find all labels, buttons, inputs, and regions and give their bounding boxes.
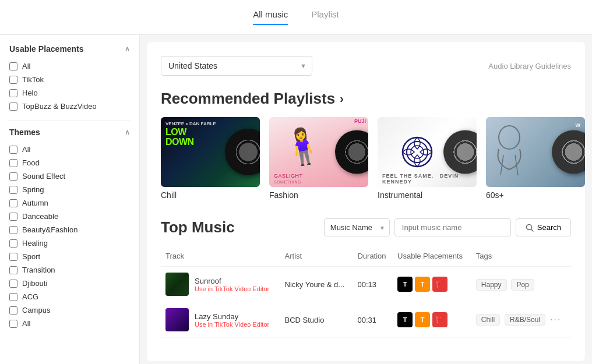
themes-section-header[interactable]: Themes ∧ [9,128,130,137]
theme-item-sound-effect: Sound Effect [9,169,130,183]
search-button[interactable]: Search [516,218,571,236]
placement-item-tiktok: TikTok [9,73,130,86]
audio-guidelines-link[interactable]: Audio Library Guidelines [488,62,571,70]
tab-all-music[interactable]: All music [253,9,288,25]
playlist-card-chill[interactable]: VENZEE x DAN FARLE LOWDOWN Chill [161,117,260,200]
tag-pop[interactable]: Pop [511,279,534,291]
main-layout: Usable Placements ∧ All TikTok Helo TopB… [0,35,592,364]
playlists-grid: VENZEE x DAN FARLE LOWDOWN Chill PUJI GA… [161,117,571,200]
placement-label-topbuzz: TopBuzz & BuzzVideo [22,102,97,111]
col-track: Track [161,246,280,267]
svg-line-5 [515,155,518,175]
theme-checkbox-spring[interactable] [9,186,17,194]
theme-label-food: Food [22,158,40,167]
music-name-select[interactable]: Music Name Artist [324,218,390,236]
duration-sunroof: 00:13 [353,267,393,302]
placement-item-all: All [9,59,130,73]
recommended-arrow[interactable]: › [340,92,344,105]
tags-sunroof: Happy Pop [471,267,571,302]
theme-checkbox-beauty-fashion[interactable] [9,226,17,234]
platforms-sunroof: T T 🚩 [393,267,471,302]
theme-label-sport: Sport [22,252,40,261]
placements-section-header[interactable]: Usable Placements ∧ [9,44,130,54]
track-info-sunroof: Sunroof Use in TikTok Video Editor [195,277,269,292]
theme-checkbox-djibouti[interactable] [9,280,17,288]
theme-checkbox-sound-effect[interactable] [9,172,17,181]
theme-item-autumn: Autumn [9,196,130,210]
artist-sunroof: Nicky Youre & d... [280,267,353,302]
placement-checkbox-all[interactable] [9,62,17,70]
theme-label-acg: ACG [22,292,38,301]
theme-item-djibouti: Djibouti [9,277,130,290]
placement-item-topbuzz: TopBuzz & BuzzVideo [9,100,130,113]
theme-checkbox-autumn[interactable] [9,199,17,207]
tiktok-icon-sunroof: T [397,277,413,292]
tab-playlist[interactable]: Playlist [311,9,339,25]
topbuzz-icon-sunroof: T [415,277,430,292]
music-table: Track Artist Duration Usable Placements … [161,246,571,338]
playlist-thumb-chill: VENZEE x DAN FARLE LOWDOWN [161,117,260,187]
theme-checkbox-campus[interactable] [9,306,17,314]
placement-checkbox-tiktok[interactable] [9,76,17,84]
playlist-label-instrumental: Instrumental [378,190,477,200]
theme-checkbox-healing[interactable] [9,239,17,248]
placements-section: Usable Placements ∧ All TikTok Helo TopB… [9,44,130,113]
playlist-label-chill: Chill [161,190,260,200]
search-controls: Music Name Artist ▼ Search [324,218,571,236]
col-usable-placements: Usable Placements [393,246,471,267]
music-table-head: Track Artist Duration Usable Placements … [161,246,571,267]
tag-chill[interactable]: Chill [476,314,500,326]
playlist-card-fashion[interactable]: PUJI GASLIGHTSOMETHING 🧍‍♀️ Fashion [269,117,368,200]
theme-item-sport: Sport [9,250,130,263]
track-cell-sunroof: Sunroof Use in TikTok Video Editor [161,267,280,302]
svg-point-1 [407,142,428,162]
playlist-thumb-60s: WEAR [486,117,585,187]
table-row: Sunroof Use in TikTok Video Editor Nicky… [161,267,571,302]
top-tabs: All music Playlist [0,0,592,35]
themes-section: Themes ∧ All Food Sound Effect Spring [9,128,130,330]
more-options-button[interactable]: ··· [550,314,561,325]
playlist-card-60s[interactable]: WEAR 60s+ [486,117,585,200]
table-row: Lazy Sunday Use in TikTok Video Editor B… [161,302,571,338]
buzzv-icon-lazy-sunday: 🚩 [432,312,447,327]
playlist-card-instrumental[interactable]: FEEL THE SAME. DEVIN KENNEDY Instrumenta… [378,117,477,200]
themes-title: Themes [9,128,40,137]
rose-svg [394,129,441,175]
theme-checkbox-transition[interactable] [9,266,17,274]
col-artist: Artist [280,246,353,267]
recommended-playlists-section: Recommended Playlists › VENZEE x DAN FAR… [161,90,571,200]
svg-point-2 [411,146,424,158]
platforms-lazy-sunday: T T 🚩 [393,302,471,338]
search-btn-label: Search [537,223,561,232]
recommended-title-text: Recommended Playlists [161,90,335,108]
placement-label-helo: Helo [22,89,38,97]
playlist-thumb-fashion: PUJI GASLIGHTSOMETHING 🧍‍♀️ [269,117,368,187]
placement-checkbox-topbuzz[interactable] [9,103,17,111]
placement-label-all: All [22,62,30,70]
tag-rnb-soul[interactable]: R&B/Soul [505,314,545,326]
track-link-sunroof[interactable]: Use in TikTok Video Editor [195,285,269,292]
playlist-label-60s: 60s+ [486,190,585,200]
playlist-label-fashion: Fashion [269,190,368,200]
theme-checkbox-danceable[interactable] [9,213,17,221]
country-select[interactable]: United States United Kingdom Canada Aust… [161,56,312,76]
placement-checkbox-helo[interactable] [9,89,17,97]
track-link-lazy-sunday[interactable]: Use in TikTok Video Editor [195,321,269,328]
top-music-section: Top Music Music Name Artist ▼ [161,218,571,338]
placement-label-tiktok: TikTok [22,75,44,84]
theme-item-spring: Spring [9,183,130,196]
theme-label-danceable: Danceable [22,212,58,221]
theme-checkbox-all2[interactable] [9,320,17,328]
theme-checkbox-sport[interactable] [9,253,17,261]
theme-item-all: All [9,143,130,156]
col-duration: Duration [353,246,393,267]
theme-checkbox-acg[interactable] [9,293,17,301]
music-search-input[interactable] [394,218,511,236]
theme-checkbox-all[interactable] [9,146,17,154]
track-name-lazy-sunday: Lazy Sunday [195,312,269,321]
theme-checkbox-food[interactable] [9,159,17,167]
music-table-body: Sunroof Use in TikTok Video Editor Nicky… [161,267,571,338]
theme-item-all2: All [9,317,130,330]
theme-item-acg: ACG [9,290,130,303]
tag-happy[interactable]: Happy [476,279,507,291]
